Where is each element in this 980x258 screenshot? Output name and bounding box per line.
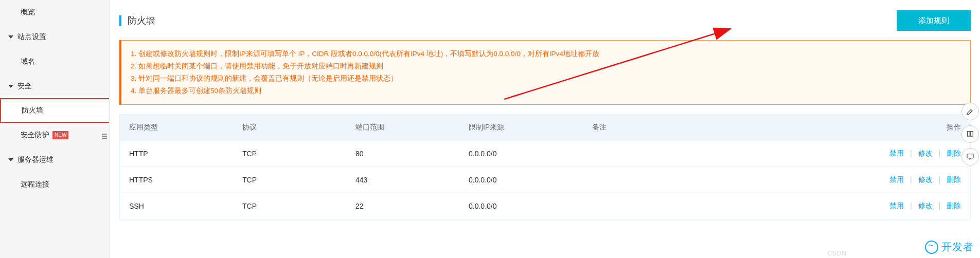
rules-table: 应用类型 协议 端口范围 限制IP来源 备注 操作 HTTP TCP 80 0.… [119,114,971,219]
add-rule-button-label: 添加规则 [918,16,949,26]
table-header-port: 端口范围 [346,115,459,140]
sidebar-group-label: 安全 [17,82,32,91]
table-row: HTTP TCP 80 0.0.0.0/0 禁用 | 修改 | 删除 [120,140,970,167]
table-header-protocol: 协议 [233,115,346,140]
table-header-action: 操作 [862,115,970,140]
sidebar-item-label: 概览 [21,8,35,17]
action-separator: | [938,201,940,210]
caret-down-icon [8,158,13,161]
sidebar-collapse-handle[interactable] [102,128,110,144]
sidebar-item-overview[interactable]: 概览 [0,0,109,25]
table-header-ip: 限制IP来源 [459,115,583,140]
sidebar-group-label: 站点设置 [17,32,46,42]
cell-actions: 禁用 | 修改 | 删除 [862,167,970,193]
cell-port: 80 [346,141,459,166]
sidebar: 概览 站点设置 域名 安全 防火墙 安全防护 NEW 服务器运维 远程连接 [0,0,110,258]
brand-logo-icon [925,241,938,254]
sidebar-item-label: 安全防护 [21,131,49,140]
title-wrap: 防火墙 [119,14,155,27]
cell-port: 443 [346,168,459,192]
table-row: SSH TCP 22 0.0.0.0/0 禁用 | 修改 | 删除 [120,193,970,219]
action-edit[interactable]: 修改 [918,175,933,183]
sidebar-item-remote[interactable]: 远程连接 [0,172,109,197]
action-separator: | [910,201,912,210]
action-disable[interactable]: 禁用 [889,201,904,210]
cell-actions: 禁用 | 修改 | 删除 [862,193,970,219]
brand-text: 开发者 [941,240,974,254]
edit-tool-icon[interactable] [961,103,979,120]
table-row: HTTPS TCP 443 0.0.0.0/0 禁用 | 修改 | 删除 [120,167,970,193]
sidebar-group-ops[interactable]: 服务器运维 [0,148,109,172]
cell-protocol: TCP [233,141,346,166]
cell-ip: 0.0.0.0/0 [459,194,583,218]
notice-line: 1. 创建或修改防火墙规则时，限制IP来源可填写单个 IP，CIDR 段或者0.… [131,48,961,60]
title-accent-bar [119,15,121,26]
csdn-watermark: CSDN [827,249,846,257]
cell-note [583,145,862,162]
action-edit[interactable]: 修改 [918,149,933,157]
sidebar-item-label: 远程连接 [21,180,49,189]
notice-box: 1. 创建或修改防火墙规则时，限制IP来源可填写单个 IP，CIDR 段或者0.… [119,40,971,105]
cell-port: 22 [346,194,459,218]
cell-ip: 0.0.0.0/0 [459,141,583,166]
page-title: 防火墙 [128,14,155,27]
sidebar-item-domain[interactable]: 域名 [0,49,109,74]
action-delete[interactable]: 删除 [947,175,961,183]
action-edit[interactable]: 修改 [918,201,933,210]
cell-type: SSH [120,194,233,218]
notice-line: 2. 如果想临时关闭某个端口，请使用禁用功能，免于开放对应端口时再新建规则 [131,60,961,72]
action-separator: | [910,149,912,157]
svg-rect-2 [967,154,973,158]
sidebar-item-label: 防火墙 [22,106,43,115]
cell-type: HTTP [120,141,233,166]
action-delete[interactable]: 删除 [947,201,961,210]
action-delete[interactable]: 删除 [947,149,961,157]
cell-protocol: TCP [233,194,346,218]
table-header-note: 备注 [583,115,862,140]
action-disable[interactable]: 禁用 [889,149,904,157]
cell-note [583,172,862,188]
new-badge: NEW [52,131,68,139]
cell-note [583,198,862,214]
sidebar-item-firewall[interactable]: 防火墙 [0,98,109,123]
action-separator: | [938,175,940,183]
page-header: 防火墙 添加规则 [119,10,980,31]
table-header-type: 应用类型 [120,115,233,140]
cell-ip: 0.0.0.0/0 [459,168,583,192]
cell-protocol: TCP [233,168,346,192]
sidebar-item-safeguard[interactable]: 安全防护 NEW [0,123,109,148]
sidebar-group-label: 服务器运维 [17,155,54,164]
chat-tool-icon[interactable] [961,148,979,165]
sidebar-item-label: 域名 [21,57,35,66]
sidebar-group-site[interactable]: 站点设置 [0,25,109,49]
notice-line: 3. 针对同一端口和协议的规则的新建，会覆盖已有规则（无论是启用还是禁用状态） [131,72,961,85]
floating-toolbar [961,103,980,165]
book-tool-icon[interactable] [961,125,979,143]
cell-type: HTTPS [120,168,233,192]
action-separator: | [910,175,912,183]
sidebar-group-security[interactable]: 安全 [0,74,109,99]
notice-line: 4. 单台服务器最多可创建50条防火墙规则 [131,85,961,97]
brand-watermark: 开发者 [925,240,974,254]
table-header-row: 应用类型 协议 端口范围 限制IP来源 备注 操作 [120,115,970,140]
add-rule-button[interactable]: 添加规则 [897,10,971,31]
main-content: 防火墙 添加规则 1. 创建或修改防火墙规则时，限制IP来源可填写单个 IP，C… [119,0,980,258]
caret-down-icon [8,85,13,88]
caret-down-icon [8,35,13,39]
action-separator: | [938,149,940,157]
cell-actions: 禁用 | 修改 | 删除 [862,141,970,167]
action-disable[interactable]: 禁用 [889,175,904,183]
